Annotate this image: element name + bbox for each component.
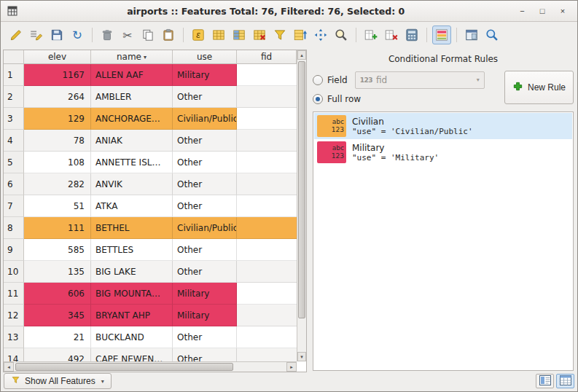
new-field-button[interactable] — [362, 26, 380, 44]
cell-name[interactable]: ATKA — [91, 195, 173, 217]
row-number[interactable]: 12 — [4, 305, 24, 326]
pan-to-selection-button[interactable] — [311, 26, 330, 44]
cell-name[interactable]: AMBLER — [91, 86, 173, 108]
invert-selection-button[interactable] — [230, 26, 249, 44]
cell-elev[interactable]: 129 — [24, 108, 91, 130]
column-header-use[interactable]: use — [173, 50, 237, 63]
cell-fid[interactable] — [237, 239, 298, 261]
column-header-fid[interactable]: fid — [237, 50, 297, 63]
column-header-elev[interactable]: elev — [24, 50, 91, 63]
cell-elev[interactable]: 585 — [24, 239, 91, 261]
move-selection-top-button[interactable] — [291, 26, 310, 44]
cell-use[interactable]: Civilian/Public — [173, 217, 237, 239]
cell-elev[interactable]: 1167 — [24, 64, 91, 86]
row-number[interactable]: 11 — [4, 283, 24, 305]
cell-name[interactable]: ANVIK — [91, 173, 173, 195]
cell-use[interactable]: Other — [173, 173, 237, 195]
cell-elev[interactable]: 282 — [24, 173, 91, 195]
copy-button[interactable] — [138, 26, 157, 44]
cell-use[interactable]: Other — [173, 195, 237, 217]
form-view-button[interactable] — [536, 374, 554, 388]
row-number[interactable]: 13 — [4, 326, 24, 348]
cell-elev[interactable]: 345 — [24, 305, 91, 326]
cell-elev[interactable]: 606 — [24, 283, 91, 305]
cell-fid[interactable] — [237, 195, 298, 217]
cell-use[interactable]: Other — [173, 261, 237, 283]
feature-filter-button[interactable]: Show All Features ▾ — [4, 373, 112, 389]
cell-use[interactable]: Other — [173, 239, 237, 261]
conditional-formatting-button[interactable] — [432, 26, 451, 44]
horizontal-scroll-thumb[interactable] — [15, 363, 233, 371]
cell-use[interactable]: Military — [173, 305, 237, 326]
multiedit-button[interactable] — [27, 26, 46, 44]
maximize-button[interactable]: □ — [534, 4, 551, 18]
cell-name[interactable]: ANNETTE ISL… — [91, 152, 173, 173]
scroll-down-button[interactable]: ▾ — [297, 352, 306, 361]
cell-fid[interactable] — [237, 86, 298, 108]
cell-fid[interactable] — [237, 348, 298, 361]
cell-name[interactable]: ANIAK — [91, 130, 173, 152]
cell-elev[interactable]: 111 — [24, 217, 91, 239]
cell-use[interactable]: Civilian/Public — [173, 108, 237, 130]
search-button[interactable] — [483, 26, 501, 44]
cell-fid[interactable] — [237, 64, 298, 86]
delete-selected-button[interactable] — [98, 26, 117, 44]
cell-use[interactable]: Other — [173, 130, 237, 152]
row-number[interactable]: 14 — [4, 348, 24, 361]
cell-fid[interactable] — [237, 152, 298, 173]
field-calculator-button[interactable] — [402, 26, 421, 44]
cell-elev[interactable]: 492 — [24, 348, 91, 361]
cell-name[interactable]: BRYANT AHP — [91, 305, 173, 326]
scroll-right-button[interactable]: ▸ — [286, 362, 297, 372]
cell-name[interactable]: ALLEN AAF — [91, 64, 173, 86]
row-number[interactable]: 6 — [4, 173, 24, 195]
vertical-scroll-thumb[interactable] — [298, 61, 305, 318]
column-header-name[interactable]: name▾ — [91, 50, 173, 63]
row-number[interactable]: 8 — [4, 217, 24, 239]
cut-button[interactable]: ✂ — [118, 26, 137, 44]
select-all-button[interactable] — [209, 26, 228, 44]
header-corner[interactable] — [4, 50, 24, 63]
toggle-editing-button[interactable] — [7, 26, 26, 44]
cell-name[interactable]: BETTLES — [91, 239, 173, 261]
deselect-all-button[interactable] — [250, 26, 269, 44]
titlebar[interactable]: airports :: Features Total: 76, Filtered… — [1, 1, 577, 22]
row-number[interactable]: 2 — [4, 86, 24, 108]
cell-fid[interactable] — [237, 261, 298, 283]
cell-fid[interactable] — [237, 217, 298, 239]
new-rule-button[interactable]: New Rule — [504, 71, 574, 104]
field-radio-circle[interactable] — [313, 75, 323, 85]
row-number[interactable]: 9 — [4, 239, 24, 261]
cell-fid[interactable] — [237, 130, 298, 152]
row-number[interactable]: 3 — [4, 108, 24, 130]
rule-item[interactable]: abc123Military"use" = 'Military' — [314, 139, 572, 165]
cell-fid[interactable] — [237, 283, 298, 305]
minimize-button[interactable]: − — [513, 4, 531, 18]
cell-elev[interactable]: 51 — [24, 195, 91, 217]
row-number[interactable]: 7 — [4, 195, 24, 217]
row-number[interactable]: 4 — [4, 130, 24, 152]
cell-name[interactable]: BIG LAKE — [91, 261, 173, 283]
horizontal-scrollbar[interactable]: ◂ ▸ — [4, 361, 297, 372]
table-view-button[interactable] — [556, 374, 574, 388]
select-by-expression-button[interactable]: ε — [189, 26, 208, 44]
field-radio[interactable]: Field 123 fid ▾ — [313, 71, 499, 89]
cell-use[interactable]: Other — [173, 348, 237, 361]
vertical-scrollbar[interactable]: ▴ ▾ — [297, 50, 306, 361]
reload-button[interactable]: ↻ — [68, 26, 87, 44]
cell-fid[interactable] — [237, 108, 298, 130]
vertical-scroll-track[interactable] — [297, 60, 306, 352]
zoom-to-selection-button[interactable] — [332, 26, 351, 44]
cell-name[interactable]: ANCHORAGE… — [91, 108, 173, 130]
delete-field-button[interactable] — [382, 26, 401, 44]
cell-use[interactable]: Military — [173, 64, 237, 86]
fullrow-radio-circle[interactable] — [313, 94, 323, 104]
filter-form-button[interactable] — [270, 26, 289, 44]
close-button[interactable]: × — [554, 4, 571, 18]
cell-use[interactable]: Other — [173, 326, 237, 348]
cell-elev[interactable]: 264 — [24, 86, 91, 108]
cell-name[interactable]: CAPE NEWEN… — [91, 348, 173, 361]
cell-fid[interactable] — [237, 326, 298, 348]
cell-name[interactable]: BETHEL — [91, 217, 173, 239]
scroll-up-button[interactable]: ▴ — [297, 50, 306, 60]
